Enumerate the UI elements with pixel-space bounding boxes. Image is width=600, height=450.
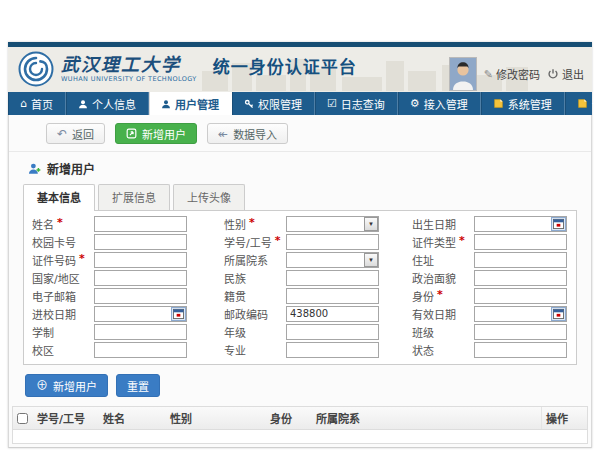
nav-label: 首页 [31, 96, 53, 112]
nav-label: 个人信息 [92, 96, 136, 112]
toolbar: ↶ 返回 新增用户 ↞ 数据导入 [9, 115, 591, 152]
calendar-icon [553, 308, 564, 319]
email-input[interactable] [94, 288, 187, 304]
nav-item-subscription-management[interactable]: 订阅管理 [565, 92, 600, 115]
form-field: 电子邮箱 [28, 288, 220, 303]
form-field: 身份* [408, 288, 572, 303]
form-field: 校园卡号 [28, 234, 220, 249]
nav-item-home[interactable]: ⌂ 首页 [8, 92, 66, 115]
valid-date-calendar-button[interactable] [551, 307, 566, 321]
ethnicity-input[interactable] [286, 270, 379, 286]
nav-label: 日志查询 [341, 96, 385, 112]
form-field: 姓名* [28, 216, 220, 231]
col-name: 姓名 [99, 407, 166, 429]
class-input[interactable] [474, 324, 567, 340]
enrollment-date-calendar-button[interactable] [171, 307, 186, 321]
form-field: 班级 [408, 324, 572, 339]
field-label: 邮政编码 [224, 306, 268, 322]
form-field: 状态 [408, 342, 572, 357]
country-region-input[interactable] [94, 270, 187, 286]
field-label: 状态 [412, 342, 434, 358]
required-marker: * [57, 216, 63, 232]
pencil-icon: ✎ [484, 68, 493, 81]
tab-extended-info[interactable]: 扩展信息 [98, 184, 170, 210]
campus-card-input[interactable] [94, 234, 187, 250]
form-field: 有效日期 [408, 306, 572, 321]
header-user-area: ✎ 修改密码 退出 [449, 57, 584, 91]
submit-add-user-button[interactable]: ⊕ 新增用户 [25, 374, 108, 397]
nav-label: 接入管理 [424, 96, 468, 112]
add-user-icon [126, 128, 137, 139]
form-field: 专业 [220, 342, 408, 357]
nav-label: 权限管理 [258, 96, 302, 112]
logout-link[interactable]: 退出 [547, 66, 584, 82]
field-label: 电子邮箱 [32, 288, 76, 304]
name-input[interactable] [94, 216, 187, 232]
grade-input[interactable] [286, 324, 379, 340]
form-grid: 姓名* 性别*▼ 出生日期 校园卡号 学号/工号* 证件类型* 证件号码* 所属… [28, 216, 572, 357]
nav-label: 系统管理 [508, 96, 552, 112]
nav-item-user-management[interactable]: 用户管理 [149, 92, 232, 115]
toolbar-add-user-label: 新增用户 [142, 126, 186, 142]
form-field: 进校日期 [28, 306, 220, 321]
university-name-block: 武汉理工大学 WUHAN UNIVERSITY OF TECHNOLOGY [61, 56, 197, 83]
field-label: 学制 [32, 324, 54, 340]
field-label: 学号/工号 [224, 234, 272, 250]
identity-input[interactable] [474, 288, 567, 304]
basic-info-panel: 姓名* 性别*▼ 出生日期 校园卡号 学号/工号* 证件类型* 证件号码* 所属… [23, 210, 577, 365]
postal-code-input[interactable] [286, 306, 379, 322]
political-status-input[interactable] [474, 270, 567, 286]
field-label: 籍贯 [224, 288, 246, 304]
col-gender: 性别 [166, 407, 266, 429]
department-dropdown-button[interactable]: ▼ [364, 253, 378, 267]
gender-dropdown-button[interactable]: ▼ [364, 217, 378, 231]
gear-icon: ⚙ [410, 98, 420, 109]
id-type-input[interactable] [474, 234, 567, 250]
field-label: 姓名 [32, 216, 54, 232]
auth-platform-window: 武汉理工大学 WUHAN UNIVERSITY OF TECHNOLOGY 统一… [8, 42, 592, 448]
student-id-input[interactable] [286, 234, 379, 250]
toolbar-add-user-button[interactable]: 新增用户 [115, 123, 197, 144]
id-number-input[interactable] [94, 252, 187, 268]
birth-date-calendar-button[interactable] [551, 217, 566, 231]
tab-upload-photo[interactable]: 上传头像 [173, 184, 245, 210]
form-field: 学号/工号* [220, 234, 408, 249]
form-field: 政治面貌 [408, 270, 572, 285]
field-label: 年级 [224, 324, 246, 340]
nav-label: 用户管理 [175, 96, 219, 112]
field-label: 有效日期 [412, 306, 456, 322]
form-field: 国家/地区 [28, 270, 220, 285]
status-input[interactable] [474, 342, 567, 358]
required-marker: * [437, 288, 443, 304]
field-label: 性别 [224, 216, 246, 232]
add-user-icon [28, 162, 41, 175]
form-actions: ⊕ 新增用户 重置 [9, 365, 591, 405]
field-label: 所属院系 [224, 252, 268, 268]
person-icon [78, 99, 88, 109]
reset-button[interactable]: 重置 [116, 374, 160, 397]
data-import-button[interactable]: ↞ 数据导入 [207, 123, 288, 144]
reset-label: 重置 [127, 378, 149, 394]
required-marker: * [275, 234, 281, 250]
brand: 武汉理工大学 WUHAN UNIVERSITY OF TECHNOLOGY 统一… [18, 51, 357, 87]
col-identity: 身份 [266, 407, 312, 429]
tab-basic-info[interactable]: 基本信息 [23, 184, 95, 211]
select-all-checkbox[interactable] [17, 413, 28, 424]
change-password-link[interactable]: ✎ 修改密码 [484, 66, 540, 82]
field-label: 国家/地区 [32, 270, 80, 286]
campus-input[interactable] [94, 342, 187, 358]
nav-item-profile[interactable]: 个人信息 [66, 92, 149, 115]
form-field: 民族 [220, 270, 408, 285]
nav-item-access-management[interactable]: ⚙ 接入管理 [398, 92, 481, 115]
person-icon [161, 99, 171, 109]
nav-item-log-query[interactable]: ☑ 日志查询 [315, 92, 398, 115]
address-input[interactable] [474, 252, 567, 268]
required-marker: * [79, 252, 85, 268]
col-department: 所属院系 [312, 407, 542, 429]
major-input[interactable] [286, 342, 379, 358]
nav-item-system-management[interactable]: 系统管理 [481, 92, 565, 115]
native-place-input[interactable] [286, 288, 379, 304]
nav-item-permission-management[interactable]: 权限管理 [232, 92, 315, 115]
schooling-length-input[interactable] [94, 324, 187, 340]
back-button[interactable]: ↶ 返回 [46, 123, 105, 144]
